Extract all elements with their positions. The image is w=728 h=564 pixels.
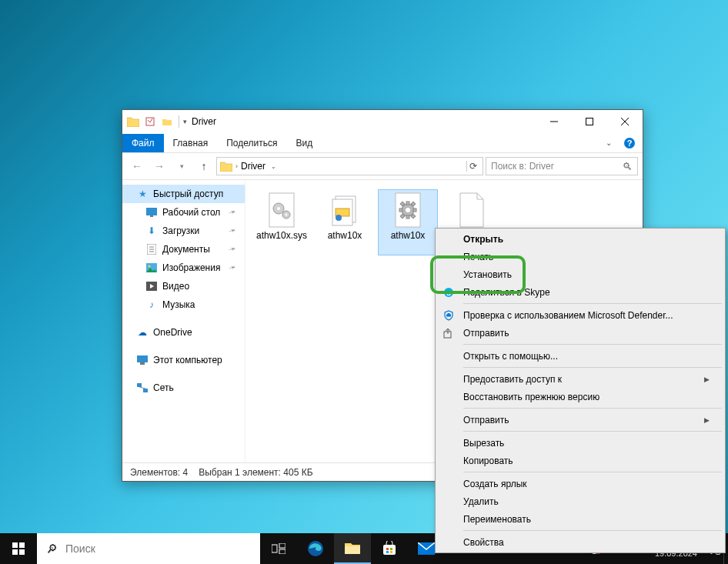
sidebar-item-label: Этот компьютер (153, 355, 222, 365)
folder-icon (127, 116, 139, 127)
chevron-right-icon[interactable]: › (235, 162, 238, 170)
svg-rect-2 (586, 118, 593, 125)
file-item[interactable]: athw10x (315, 189, 375, 255)
music-icon: ♪ (145, 299, 158, 311)
sidebar-item-this-pc[interactable]: Этот компьютер (122, 351, 245, 369)
sidebar-item-network[interactable]: Сеть (122, 379, 245, 397)
menu-item-create-shortcut[interactable]: Создать ярлык (437, 475, 723, 492)
svg-rect-51 (272, 545, 277, 552)
help-icon[interactable]: ? (621, 135, 638, 152)
folder-icon (220, 161, 232, 172)
svg-rect-56 (383, 545, 396, 555)
svg-point-24 (277, 207, 280, 210)
refresh-icon[interactable]: ⟳ (466, 161, 479, 172)
minimize-button[interactable] (536, 110, 572, 133)
sidebar-item-quick-access[interactable]: ★ Быстрый доступ (122, 185, 245, 203)
blank-file-icon (452, 192, 489, 229)
history-dropdown-icon[interactable]: ▾ (172, 156, 192, 176)
menu-item-restore-version[interactable]: Восстановить прежнюю версию (437, 388, 723, 405)
file-item[interactable]: athw10x.sys (252, 189, 312, 255)
taskbar-search[interactable]: 🔍︎ Поиск (37, 533, 260, 564)
menu-item-open-with[interactable]: Открыть с помощью... (437, 347, 723, 365)
pin-icon: 📌︎ (227, 244, 237, 254)
sidebar-item-music[interactable]: ♪ Музыка (122, 295, 245, 314)
tab-view[interactable]: Вид (286, 134, 322, 152)
context-menu: Открыть Печать Установить SПоделиться в … (435, 228, 726, 553)
start-button[interactable] (0, 533, 37, 564)
close-button[interactable] (607, 110, 643, 133)
qat-properties-icon[interactable] (142, 114, 158, 129)
window-controls (536, 110, 643, 133)
sidebar-item-downloads[interactable]: ⬇ Загрузки 📌︎ (122, 222, 245, 240)
share-icon (442, 327, 455, 339)
sidebar-item-pictures[interactable]: Изображения 📌︎ (122, 259, 245, 277)
menu-item-cut[interactable]: Вырезать (437, 434, 723, 452)
search-icon: 🔍︎ (623, 161, 633, 172)
pin-icon: 📌︎ (227, 225, 237, 235)
menu-separator (463, 408, 722, 409)
sys-file-icon (263, 192, 300, 229)
svg-rect-35 (399, 209, 402, 212)
svg-rect-19 (137, 383, 142, 387)
menu-item-copy[interactable]: Копировать (437, 452, 723, 469)
svg-rect-48 (19, 542, 25, 548)
svg-rect-50 (19, 549, 25, 555)
menu-item-rename[interactable]: Переименовать (437, 510, 723, 528)
taskbar-app-store[interactable] (371, 533, 408, 564)
sidebar-item-label: Быстрый доступ (153, 189, 223, 199)
status-selection: Выбран 1 элемент: 405 КБ (199, 467, 312, 478)
status-item-count: Элементов: 4 (130, 467, 188, 478)
sidebar-item-label: Загрузки (162, 225, 199, 236)
address-dropdown-icon[interactable]: ⌄ (269, 163, 279, 170)
menu-item-properties[interactable]: Свойства (437, 533, 723, 551)
sidebar-item-onedrive[interactable]: ☁ OneDrive (122, 323, 245, 342)
forward-button[interactable]: → (149, 156, 169, 176)
sidebar-item-label: Видео (162, 281, 189, 292)
tab-file[interactable]: Файл (122, 134, 164, 152)
downloads-icon: ⬇ (145, 225, 158, 237)
svg-text:S: S (446, 289, 451, 296)
skype-icon: S (442, 286, 455, 299)
svg-point-30 (336, 215, 342, 221)
menu-item-skype[interactable]: SПоделиться в Skype (437, 283, 723, 301)
computer-icon (136, 354, 149, 366)
file-item-selected[interactable]: athw10x (378, 189, 438, 255)
maximize-button[interactable] (572, 110, 607, 133)
task-view-button[interactable] (260, 533, 297, 564)
svg-rect-33 (406, 202, 409, 205)
menu-item-install[interactable]: Установить (437, 265, 723, 283)
taskbar-app-edge[interactable] (297, 533, 334, 564)
svg-rect-60 (390, 551, 392, 553)
qat-new-folder-icon[interactable] (159, 114, 175, 129)
search-input[interactable]: Поиск в: Driver 🔍︎ (486, 157, 638, 175)
menu-item-defender[interactable]: Проверка с использованием Microsoft Defe… (437, 306, 723, 324)
taskbar-app-explorer[interactable] (334, 533, 371, 564)
qat-dropdown-icon[interactable]: ▾ (183, 118, 187, 125)
address-bar[interactable]: › Driver ⌄ ⟳ (216, 157, 483, 175)
pictures-icon (145, 262, 158, 274)
sidebar-item-documents[interactable]: Документы 📌︎ (122, 240, 245, 259)
ribbon-tabs: Файл Главная Поделиться Вид ⌄ ? (122, 133, 643, 153)
sidebar-item-desktop[interactable]: Рабочий стол 📌︎ (122, 203, 245, 222)
svg-rect-55 (345, 546, 360, 554)
menu-item-open[interactable]: Открыть (437, 230, 723, 248)
window-title: Driver (192, 116, 216, 127)
tab-home[interactable]: Главная (164, 134, 218, 152)
breadcrumb-segment[interactable]: Driver (241, 161, 265, 172)
svg-rect-53 (279, 549, 286, 554)
pin-icon: 📌︎ (227, 207, 237, 217)
back-button[interactable]: ← (127, 156, 147, 176)
menu-item-give-access[interactable]: Предоставить доступ к▶ (437, 370, 723, 388)
ribbon-expand-icon[interactable]: ⌄ (606, 138, 618, 147)
menu-item-print[interactable]: Печать (437, 248, 723, 265)
pin-icon: 📌︎ (227, 262, 237, 272)
tab-share[interactable]: Поделиться (217, 134, 286, 152)
svg-rect-7 (146, 208, 157, 215)
up-button[interactable]: ↑ (194, 156, 214, 176)
title-bar[interactable]: ▾ Driver (122, 110, 643, 133)
menu-item-send[interactable]: Отправить (437, 324, 723, 342)
sidebar-item-videos[interactable]: Видео (122, 277, 245, 295)
menu-item-delete[interactable]: Удалить (437, 492, 723, 510)
menu-item-send-to[interactable]: Отправить▶ (437, 411, 723, 429)
sidebar-item-label: Изображения (162, 262, 220, 273)
